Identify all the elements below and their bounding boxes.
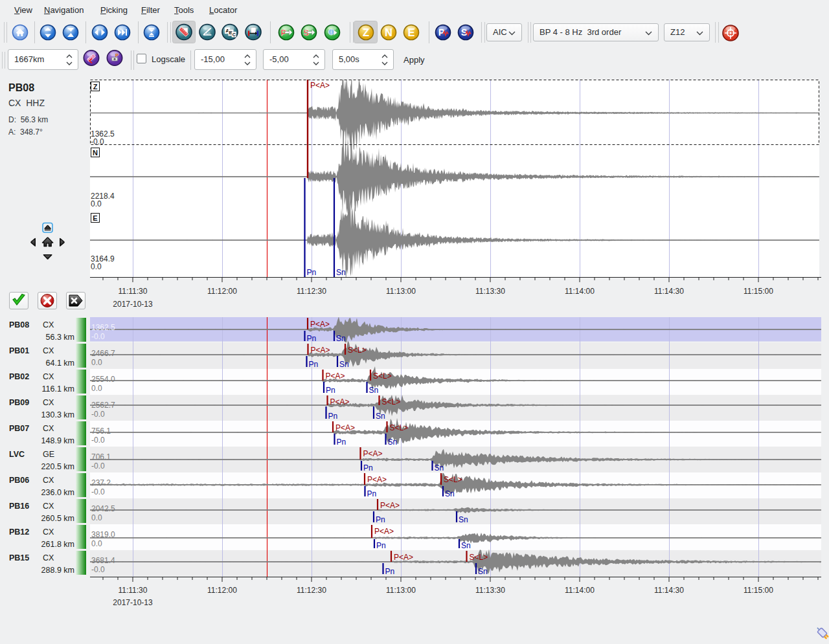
svg-text:0.0: 0.0 [91, 513, 102, 522]
svg-text:-0.0: -0.0 [91, 410, 105, 419]
svg-text:Pn: Pn [326, 386, 335, 395]
svg-text:S<L>: S<L> [470, 553, 488, 562]
svg-text:P<A>: P<A> [310, 81, 330, 90]
svg-text:P<A>: P<A> [326, 372, 345, 381]
svg-text:S<L>: S<L> [348, 346, 367, 355]
svg-text:Sn: Sn [478, 567, 488, 576]
svg-text:756.1: 756.1 [91, 427, 111, 436]
svg-text:Pn: Pn [363, 463, 373, 472]
svg-text:Pn: Pn [376, 541, 386, 550]
svg-text:Z: Z [363, 27, 369, 38]
svg-text:0.0: 0.0 [91, 384, 102, 393]
svg-text:-0.0: -0.0 [91, 332, 105, 341]
svg-text:P<A>: P<A> [380, 501, 400, 510]
svg-text:Sn: Sn [435, 463, 444, 472]
svg-text:P<A>: P<A> [335, 423, 355, 432]
svg-text:Pn: Pn [337, 438, 346, 447]
svg-text:P<A>: P<A> [310, 320, 330, 329]
svg-text:Sn: Sn [336, 334, 346, 343]
svg-text:S<L>: S<L> [373, 372, 392, 381]
svg-text:Pn: Pn [367, 489, 377, 498]
svg-text:1362.5: 1362.5 [91, 323, 115, 332]
svg-text:Sn: Sn [336, 268, 346, 277]
svg-text:P<A>: P<A> [367, 475, 387, 484]
svg-text:P: P [115, 52, 119, 58]
svg-text:Pn: Pn [307, 268, 317, 277]
svg-text:0.0: 0.0 [91, 358, 102, 367]
svg-text:Pn: Pn [376, 515, 385, 524]
svg-text:2466.7: 2466.7 [91, 349, 115, 358]
svg-text:Sn: Sn [461, 541, 471, 550]
svg-text:3681.4: 3681.4 [91, 556, 115, 565]
svg-text:P<A>: P<A> [363, 449, 383, 458]
svg-text:0.0: 0.0 [91, 539, 102, 548]
svg-text:-0.0: -0.0 [91, 565, 105, 574]
svg-text:S<L>: S<L> [444, 475, 462, 484]
svg-text:45: 45 [208, 32, 210, 35]
svg-text:Sn: Sn [445, 489, 455, 498]
svg-text:E: E [407, 27, 414, 38]
svg-text:-0.0: -0.0 [91, 487, 105, 496]
svg-text:Pn: Pn [328, 412, 338, 421]
svg-text:Sn: Sn [369, 386, 379, 395]
svg-text:-0.0: -0.0 [91, 461, 105, 471]
svg-text:706.1: 706.1 [91, 452, 111, 461]
svg-text:P<A>: P<A> [330, 397, 350, 406]
svg-text:Sn: Sn [339, 360, 349, 369]
svg-text:S<L>: S<L> [390, 423, 409, 432]
svg-text:Pn: Pn [309, 360, 319, 369]
svg-text:Sn: Sn [459, 515, 468, 524]
svg-text:P<A>: P<A> [311, 346, 330, 355]
svg-text:N: N [385, 27, 392, 38]
svg-text:Sn: Sn [388, 438, 398, 447]
svg-text:3819.0: 3819.0 [91, 530, 115, 539]
svg-text:237.2: 237.2 [91, 478, 111, 487]
svg-text:2554.0: 2554.0 [91, 375, 115, 384]
svg-text:Pn: Pn [307, 334, 317, 343]
svg-text:2562.7: 2562.7 [91, 401, 115, 410]
svg-text:Sn: Sn [376, 412, 385, 421]
svg-text:P<A>: P<A> [374, 527, 394, 536]
svg-text:P<A>: P<A> [394, 553, 413, 562]
svg-text:Pn: Pn [385, 567, 395, 576]
svg-text:C: C [233, 32, 236, 37]
svg-text:-0.0: -0.0 [91, 436, 105, 445]
svg-text:S<L>: S<L> [382, 397, 401, 406]
svg-text:2042.5: 2042.5 [91, 504, 115, 513]
